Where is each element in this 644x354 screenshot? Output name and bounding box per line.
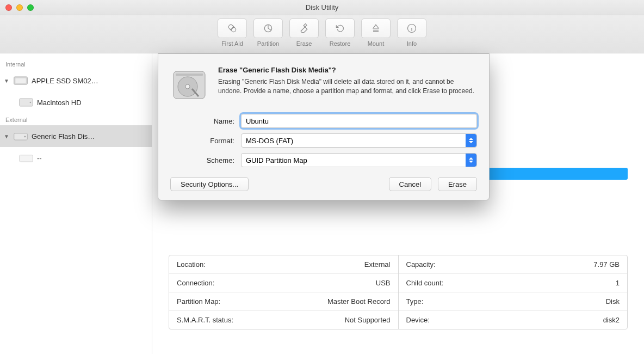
internal-drive-icon — [13, 75, 28, 87]
window-controls — [5, 4, 34, 11]
sidebar-section-external: External — [0, 113, 152, 125]
toolbar-label: Erase — [296, 40, 312, 47]
erase-dialog: Erase "Generic Flash Disk Media"? Erasin… — [158, 53, 490, 200]
name-label: Name: — [170, 117, 241, 125]
scheme-label: Scheme: — [170, 156, 241, 164]
volume-icon — [18, 152, 34, 164]
svg-point-13 — [185, 84, 190, 89]
format-label: Format: — [170, 137, 241, 145]
stepper-icon — [466, 154, 476, 167]
sidebar-item-macintosh-hd[interactable]: Macintosh HD — [0, 91, 152, 113]
svg-rect-5 — [15, 78, 26, 83]
svg-point-9 — [24, 136, 26, 138]
toolbar-item-erase[interactable]: Erase — [289, 19, 319, 47]
toolbar: First Aid Partition Erase Restore Mount … — [0, 15, 644, 53]
info-icon — [406, 23, 417, 34]
erase-icon — [299, 23, 309, 34]
toolbar-label: Mount — [368, 40, 385, 47]
dialog-heading: Erase "Generic Flash Disk Media"? — [218, 66, 477, 74]
sidebar-item-generic-flash[interactable]: ▼ Generic Flash Dis… — [0, 125, 152, 147]
cancel-button[interactable]: Cancel — [389, 177, 431, 191]
toolbar-label: First Aid — [221, 40, 243, 47]
svg-rect-14 — [176, 74, 203, 76]
info-row-partition-map: Partition Map:Master Boot Record — [169, 292, 398, 311]
partition-icon — [263, 23, 274, 34]
chevron-down-icon[interactable]: ▼ — [3, 133, 10, 139]
info-row-child-count: Child count:1 — [399, 274, 628, 292]
mount-icon — [370, 23, 381, 34]
close-icon[interactable] — [5, 4, 12, 11]
toolbar-item-info[interactable]: Info — [397, 19, 426, 47]
sidebar-item-label: APPLE SSD SM02… — [32, 77, 98, 85]
toolbar-label: Info — [407, 40, 417, 47]
scheme-value: GUID Partition Map — [246, 156, 307, 164]
sidebar-item-label: -- — [37, 154, 42, 162]
svg-point-0 — [228, 25, 233, 29]
svg-rect-10 — [20, 155, 33, 162]
info-row-type: Type:Disk — [399, 292, 628, 311]
minimize-icon[interactable] — [16, 4, 23, 11]
titlebar: Disk Utility — [0, 0, 644, 15]
toolbar-item-restore[interactable]: Restore — [325, 19, 355, 47]
info-table: Location:External Connection:USB Partiti… — [169, 255, 628, 329]
restore-icon — [335, 23, 345, 34]
sidebar-item-unnamed-volume[interactable]: -- — [0, 147, 152, 169]
toolbar-label: Partition — [257, 40, 279, 47]
sidebar-item-label: Generic Flash Dis… — [32, 132, 95, 141]
format-select[interactable]: MS-DOS (FAT) — [241, 133, 477, 148]
info-row-smart: S.M.A.R.T. status:Not Supported — [169, 311, 398, 329]
security-options-button[interactable]: Security Options... — [170, 177, 249, 191]
window-title: Disk Utility — [0, 3, 644, 11]
toolbar-item-first-aid[interactable]: First Aid — [218, 19, 247, 47]
stepper-icon — [466, 134, 476, 147]
sidebar: Internal ▼ APPLE SSD SM02… Macintosh HD … — [0, 53, 152, 354]
scheme-select[interactable]: GUID Partition Map — [241, 153, 477, 167]
info-row-device: Device:disk2 — [399, 311, 628, 329]
first-aid-icon — [227, 23, 238, 34]
hard-drive-icon — [170, 66, 208, 104]
info-row-capacity: Capacity:7.97 GB — [399, 255, 628, 274]
svg-point-7 — [30, 102, 32, 103]
toolbar-item-mount[interactable]: Mount — [361, 19, 391, 47]
info-row-location: Location:External — [169, 255, 398, 274]
name-input[interactable] — [241, 114, 477, 128]
sidebar-section-internal: Internal — [0, 58, 152, 70]
sidebar-item-label: Macintosh HD — [37, 99, 82, 107]
format-value: MS-DOS (FAT) — [246, 137, 293, 145]
sidebar-item-apple-ssd[interactable]: ▼ APPLE SSD SM02… — [0, 70, 152, 91]
svg-point-1 — [231, 27, 236, 32]
window: Disk Utility First Aid Partition Erase R… — [0, 0, 644, 354]
chevron-down-icon[interactable]: ▼ — [3, 78, 10, 84]
external-drive-icon — [13, 130, 28, 142]
toolbar-item-partition[interactable]: Partition — [253, 19, 283, 47]
toolbar-label: Restore — [330, 40, 351, 47]
dialog-description: Erasing "Generic Flash Disk Media" will … — [218, 77, 477, 96]
info-row-connection: Connection:USB — [169, 274, 398, 292]
volume-icon — [18, 96, 34, 108]
erase-button[interactable]: Erase — [438, 177, 477, 191]
zoom-icon[interactable] — [27, 4, 34, 11]
